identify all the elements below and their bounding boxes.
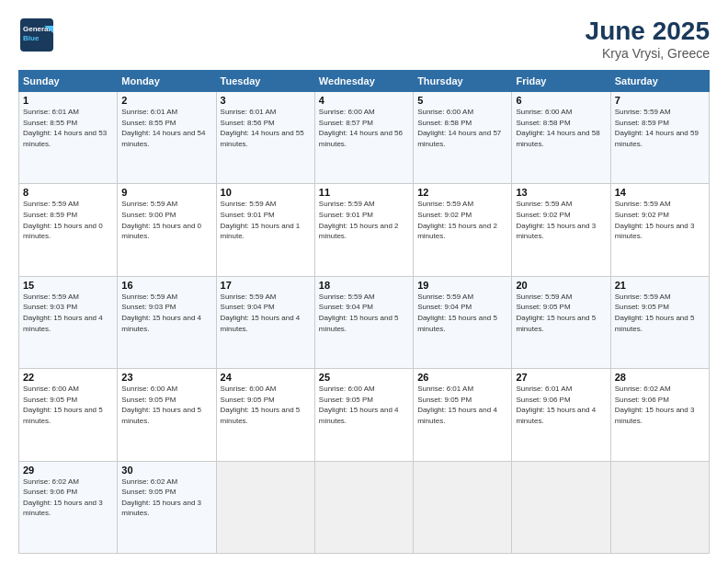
svg-text:Blue: Blue [23,34,40,42]
calendar-cell: 26 Sunrise: 6:01 AMSunset: 9:05 PMDaylig… [414,369,512,461]
day-number: 27 [516,372,606,383]
day-info: Sunrise: 6:01 AMSunset: 8:56 PMDaylight:… [221,107,311,149]
calendar-cell: 29 Sunrise: 6:02 AMSunset: 9:06 PMDaylig… [19,461,118,553]
day-number: 25 [319,372,409,383]
day-number: 30 [121,465,211,476]
day-number: 29 [23,465,113,476]
col-tuesday: Tuesday [216,71,314,92]
day-number: 28 [615,372,705,383]
day-info: Sunrise: 5:59 AMSunset: 9:02 PMDaylight:… [516,199,606,241]
calendar-cell: 12 Sunrise: 5:59 AMSunset: 9:02 PMDaylig… [414,184,512,276]
day-number: 19 [417,280,507,291]
day-number: 2 [121,95,211,106]
calendar-cell: 6 Sunrise: 6:00 AMSunset: 8:58 PMDayligh… [512,92,610,184]
calendar-cell: 21 Sunrise: 5:59 AMSunset: 9:05 PMDaylig… [610,276,709,368]
day-info: Sunrise: 6:01 AMSunset: 8:55 PMDaylight:… [121,107,211,149]
day-info: Sunrise: 6:02 AMSunset: 9:05 PMDaylight:… [121,477,211,519]
day-number: 16 [121,280,211,291]
day-info: Sunrise: 5:59 AMSunset: 9:04 PMDaylight:… [221,292,311,334]
day-number: 8 [23,187,113,198]
day-info: Sunrise: 5:59 AMSunset: 8:59 PMDaylight:… [615,107,705,149]
calendar-cell [314,461,413,553]
calendar-week-row: 1 Sunrise: 6:01 AMSunset: 8:55 PMDayligh… [19,92,710,184]
calendar-cell [610,461,709,553]
day-info: Sunrise: 5:59 AMSunset: 9:03 PMDaylight:… [23,292,113,334]
day-number: 1 [23,95,113,106]
col-thursday: Thursday [414,71,512,92]
day-number: 22 [23,372,113,383]
calendar-cell: 8 Sunrise: 5:59 AMSunset: 8:59 PMDayligh… [19,184,118,276]
day-number: 24 [221,372,311,383]
location: Krya Vrysi, Greece [586,46,710,61]
day-number: 18 [319,280,409,291]
day-number: 21 [615,280,705,291]
day-info: Sunrise: 5:59 AMSunset: 9:04 PMDaylight:… [417,292,507,334]
day-number: 10 [221,187,311,198]
day-info: Sunrise: 5:59 AMSunset: 9:05 PMDaylight:… [615,292,705,334]
day-info: Sunrise: 6:01 AMSunset: 9:06 PMDaylight:… [516,384,606,426]
calendar-cell: 27 Sunrise: 6:01 AMSunset: 9:06 PMDaylig… [512,369,610,461]
day-info: Sunrise: 6:01 AMSunset: 9:05 PMDaylight:… [417,384,507,426]
day-number: 9 [121,187,211,198]
day-info: Sunrise: 5:59 AMSunset: 9:01 PMDaylight:… [319,199,409,241]
day-info: Sunrise: 6:02 AMSunset: 9:06 PMDaylight:… [615,384,705,426]
day-info: Sunrise: 6:00 AMSunset: 8:57 PMDaylight:… [319,107,409,149]
calendar-cell: 5 Sunrise: 6:00 AMSunset: 8:58 PMDayligh… [414,92,512,184]
day-info: Sunrise: 5:59 AMSunset: 9:03 PMDaylight:… [121,292,211,334]
day-info: Sunrise: 6:00 AMSunset: 8:58 PMDaylight:… [417,107,507,149]
month-title: June 2025 [586,17,710,46]
calendar-cell: 1 Sunrise: 6:01 AMSunset: 8:55 PMDayligh… [19,92,118,184]
day-info: Sunrise: 5:59 AMSunset: 8:59 PMDaylight:… [23,199,113,241]
calendar-cell: 13 Sunrise: 5:59 AMSunset: 9:02 PMDaylig… [512,184,610,276]
col-friday: Friday [512,71,610,92]
header: General Blue June 2025 Krya Vrysi, Greec… [18,17,710,61]
day-number: 7 [615,95,705,106]
calendar-cell: 7 Sunrise: 5:59 AMSunset: 8:59 PMDayligh… [610,92,709,184]
calendar-cell: 11 Sunrise: 5:59 AMSunset: 9:01 PMDaylig… [314,184,413,276]
day-number: 23 [121,372,211,383]
day-info: Sunrise: 6:00 AMSunset: 9:05 PMDaylight:… [221,384,311,426]
title-block: June 2025 Krya Vrysi, Greece [586,17,710,61]
calendar-header-row: Sunday Monday Tuesday Wednesday Thursday… [19,71,710,92]
calendar-cell [216,461,314,553]
day-info: Sunrise: 6:00 AMSunset: 9:05 PMDaylight:… [23,384,113,426]
calendar-cell: 19 Sunrise: 5:59 AMSunset: 9:04 PMDaylig… [414,276,512,368]
day-info: Sunrise: 6:01 AMSunset: 8:55 PMDaylight:… [23,107,113,149]
day-info: Sunrise: 5:59 AMSunset: 9:05 PMDaylight:… [516,292,606,334]
day-number: 4 [319,95,409,106]
day-info: Sunrise: 5:59 AMSunset: 9:01 PMDaylight:… [221,199,311,241]
col-wednesday: Wednesday [314,71,413,92]
col-monday: Monday [118,71,216,92]
calendar-cell: 3 Sunrise: 6:01 AMSunset: 8:56 PMDayligh… [216,92,314,184]
calendar-cell: 20 Sunrise: 5:59 AMSunset: 9:05 PMDaylig… [512,276,610,368]
calendar-cell [414,461,512,553]
col-saturday: Saturday [610,71,709,92]
day-info: Sunrise: 6:00 AMSunset: 8:58 PMDaylight:… [516,107,606,149]
calendar-cell: 25 Sunrise: 6:00 AMSunset: 9:05 PMDaylig… [314,369,413,461]
day-number: 26 [417,372,507,383]
calendar-cell: 2 Sunrise: 6:01 AMSunset: 8:55 PMDayligh… [118,92,216,184]
calendar-cell: 17 Sunrise: 5:59 AMSunset: 9:04 PMDaylig… [216,276,314,368]
calendar-cell: 16 Sunrise: 5:59 AMSunset: 9:03 PMDaylig… [118,276,216,368]
logo: General Blue [18,17,55,53]
day-info: Sunrise: 5:59 AMSunset: 9:04 PMDaylight:… [319,292,409,334]
calendar-cell: 4 Sunrise: 6:00 AMSunset: 8:57 PMDayligh… [314,92,413,184]
calendar-week-row: 15 Sunrise: 5:59 AMSunset: 9:03 PMDaylig… [19,276,710,368]
calendar-cell: 14 Sunrise: 5:59 AMSunset: 9:02 PMDaylig… [610,184,709,276]
day-number: 20 [516,280,606,291]
day-info: Sunrise: 5:59 AMSunset: 9:02 PMDaylight:… [615,199,705,241]
day-number: 12 [417,187,507,198]
day-number: 17 [221,280,311,291]
calendar-cell: 30 Sunrise: 6:02 AMSunset: 9:05 PMDaylig… [118,461,216,553]
day-info: Sunrise: 5:59 AMSunset: 9:00 PMDaylight:… [121,199,211,241]
day-number: 14 [615,187,705,198]
calendar-cell: 28 Sunrise: 6:02 AMSunset: 9:06 PMDaylig… [610,369,709,461]
day-number: 13 [516,187,606,198]
day-number: 6 [516,95,606,106]
calendar-cell [512,461,610,553]
calendar-cell: 23 Sunrise: 6:00 AMSunset: 9:05 PMDaylig… [118,369,216,461]
day-number: 5 [417,95,507,106]
day-info: Sunrise: 5:59 AMSunset: 9:02 PMDaylight:… [417,199,507,241]
calendar-cell: 18 Sunrise: 5:59 AMSunset: 9:04 PMDaylig… [314,276,413,368]
logo-icon: General Blue [18,17,55,53]
